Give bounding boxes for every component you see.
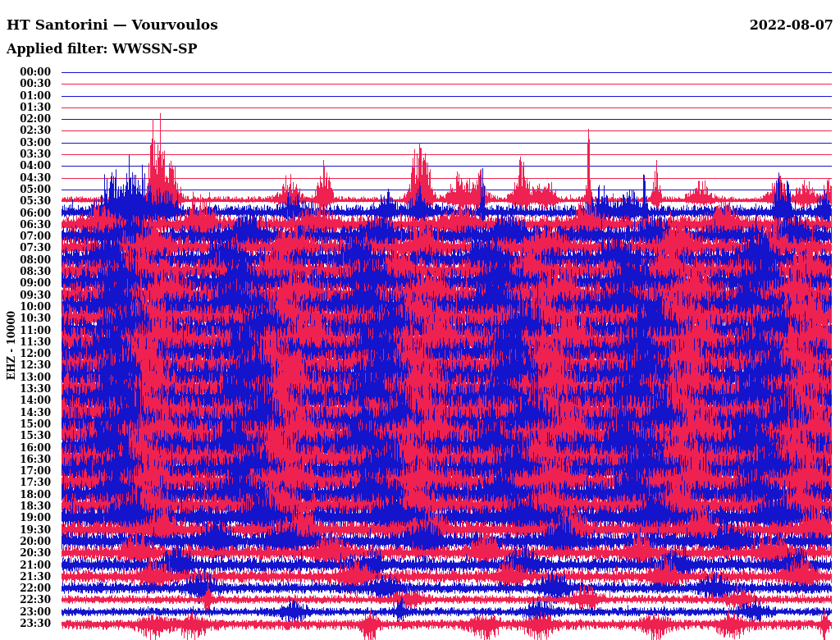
time-label: 22:30 (0, 595, 51, 605)
time-label: 01:30 (0, 103, 51, 112)
time-label: 02:30 (0, 126, 51, 135)
time-label: 21:30 (0, 572, 51, 582)
time-label: 09:30 (0, 290, 51, 300)
time-label: 01:00 (0, 91, 51, 101)
time-label: 20:00 (0, 537, 51, 546)
time-label: 04:30 (0, 173, 51, 183)
time-label: 17:30 (0, 478, 51, 487)
time-axis: 00:0000:3001:0001:3002:0002:3003:0003:30… (0, 0, 51, 640)
time-label: 06:30 (0, 220, 51, 230)
time-label: 10:30 (0, 313, 51, 323)
time-label: 15:00 (0, 419, 51, 429)
time-label: 04:00 (0, 161, 51, 171)
time-label: 20:30 (0, 548, 51, 558)
time-label: 05:00 (0, 185, 51, 194)
time-label: 07:00 (0, 231, 51, 241)
time-label: 12:30 (0, 360, 51, 370)
time-label: 11:30 (0, 337, 51, 347)
helicorder-canvas (0, 0, 840, 640)
time-label: 10:00 (0, 302, 51, 312)
time-label: 03:00 (0, 138, 51, 148)
time-label: 14:30 (0, 408, 51, 418)
time-label: 03:30 (0, 149, 51, 159)
time-label: 21:00 (0, 560, 51, 570)
date-label: 2022-08-07 (750, 17, 833, 33)
time-label: 22:00 (0, 583, 51, 593)
time-label: 13:00 (0, 373, 51, 382)
time-label: 09:00 (0, 278, 51, 288)
time-label: 06:00 (0, 208, 51, 218)
time-label: 14:00 (0, 395, 51, 405)
time-label: 18:30 (0, 501, 51, 511)
time-label: 19:30 (0, 525, 51, 535)
time-label: 08:00 (0, 255, 51, 265)
time-label: 23:30 (0, 619, 51, 629)
time-label: 16:30 (0, 455, 51, 464)
time-label: 19:00 (0, 513, 51, 523)
time-label: 12:00 (0, 349, 51, 359)
time-label: 08:30 (0, 267, 51, 277)
time-label: 16:00 (0, 443, 51, 453)
time-label: 00:00 (0, 67, 51, 77)
time-label: 18:00 (0, 490, 51, 500)
time-label: 11:00 (0, 326, 51, 336)
time-label: 00:30 (0, 79, 51, 89)
helicorder-page: HT Santorini — Vourvoulos Applied filter… (0, 0, 840, 640)
time-label: 13:30 (0, 384, 51, 394)
time-label: 02:00 (0, 114, 51, 124)
time-label: 15:30 (0, 431, 51, 441)
time-label: 23:00 (0, 607, 51, 617)
time-label: 17:00 (0, 466, 51, 476)
time-label: 07:30 (0, 243, 51, 253)
time-label: 05:30 (0, 196, 51, 206)
